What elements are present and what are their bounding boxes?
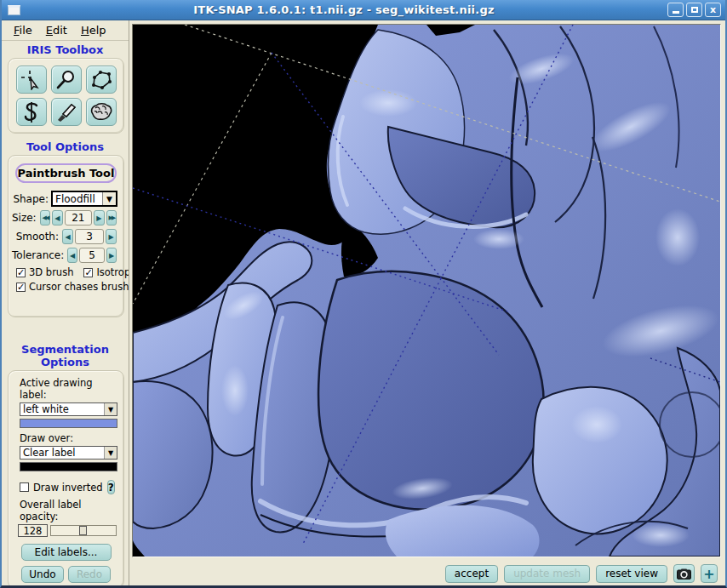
tool-options-group: Paintbrush Tool Shape: Floodfill ▼ Size:… — [8, 155, 124, 317]
cursor-chases-brush-label: Cursor chases brush — [29, 281, 129, 293]
active-tool-name: Paintbrush Tool — [15, 163, 117, 183]
window-title: ITK-SNAP 1.6.0.1: t1.nii.gz - seg_wikite… — [20, 3, 667, 16]
polygon-tool-button[interactable] — [86, 66, 117, 94]
window-controls: x — [667, 3, 721, 17]
expand-button[interactable]: + — [701, 564, 718, 583]
close-button[interactable]: x — [705, 3, 721, 17]
maximize-button[interactable] — [686, 3, 702, 17]
undo-button[interactable]: Undo — [21, 566, 64, 583]
draw-inverted-checkbox[interactable] — [20, 482, 29, 492]
brush-checkbox-row: ✓ 3D brush ✓ Isotropic — [16, 266, 120, 278]
brain-3d-tool-button[interactable] — [86, 98, 117, 126]
main-area: accept update mesh reset view + — [129, 20, 725, 585]
camera-icon — [677, 568, 691, 579]
active-label-value: left white — [20, 403, 104, 415]
crosshair-tool-button[interactable] — [16, 66, 47, 94]
opacity-row: 128 — [18, 524, 117, 537]
draw-inverted-row: Draw inverted ? — [20, 480, 117, 494]
draw-over-dropdown[interactable]: Clear label ▼ — [20, 446, 117, 460]
segmentation-options-heading: Segmentation Options — [2, 343, 129, 368]
accept-button[interactable]: accept — [445, 565, 498, 583]
dropdown-arrow-icon: ▼ — [104, 447, 117, 459]
reset-view-button[interactable]: reset view — [596, 565, 667, 583]
redo-button[interactable]: Redo — [68, 566, 111, 583]
tolerance-increment-button[interactable]: ▶ — [106, 248, 117, 263]
window-icon — [8, 5, 20, 15]
size-last-button[interactable]: ▶▶ — [106, 210, 117, 225]
cursor-chases-brush-checkbox[interactable]: ✓ — [16, 283, 26, 292]
menu-bar: File Edit Help — [2, 20, 129, 41]
magnifier-icon — [56, 70, 77, 90]
paintbrush-icon — [55, 102, 77, 123]
edit-labels-button[interactable]: Edit labels... — [21, 544, 112, 561]
dropdown-arrow-icon: ▼ — [104, 403, 117, 415]
undo-redo-row: Undo Redo — [15, 566, 117, 583]
shape-dropdown[interactable]: Floodfill ▼ — [51, 191, 117, 207]
shape-label: Shape: — [13, 193, 49, 205]
left-panel: File Edit Help IRIS Toolbox — [2, 20, 129, 585]
minimize-icon — [673, 11, 679, 14]
crosshair-icon — [20, 70, 43, 90]
iris-toolbox-heading: IRIS Toolbox — [2, 43, 129, 56]
maximize-icon — [691, 7, 698, 13]
tolerance-row: Tolerance: ◀ 5 ▶ — [12, 248, 117, 263]
polygon-icon — [90, 70, 112, 90]
brain-icon — [89, 102, 113, 123]
draw-over-value: Clear label — [20, 447, 104, 459]
opacity-slider[interactable] — [50, 525, 117, 536]
shape-value: Floodfill — [53, 192, 102, 205]
opacity-slider-thumb[interactable] — [79, 526, 87, 535]
itk-snap-window: ITK-SNAP 1.6.0.1: t1.nii.gz - seg_wikite… — [0, 0, 727, 588]
menu-file[interactable]: File — [9, 22, 37, 38]
smooth-decrement-button[interactable]: ◀ — [62, 229, 73, 244]
3d-brush-checkbox[interactable]: ✓ — [16, 268, 26, 277]
smooth-label: Smooth: — [16, 231, 59, 243]
3d-view[interactable] — [132, 24, 721, 557]
size-first-button[interactable]: ◀◀ — [40, 210, 50, 225]
close-icon: x — [710, 5, 716, 14]
active-label-color-swatch — [20, 419, 117, 428]
zoom-tool-button[interactable] — [51, 66, 82, 94]
menu-edit[interactable]: Edit — [41, 22, 72, 38]
tolerance-decrement-button[interactable]: ◀ — [67, 248, 77, 263]
smooth-increment-button[interactable]: ▶ — [106, 229, 117, 244]
smooth-value[interactable]: 3 — [75, 229, 104, 244]
draw-inverted-label: Draw inverted — [33, 482, 103, 494]
size-value[interactable]: 21 — [65, 210, 92, 225]
active-drawing-label: Active drawing label: — [20, 377, 117, 401]
tolerance-label: Tolerance: — [12, 249, 64, 261]
help-button[interactable]: ? — [107, 480, 115, 494]
isotropic-label: Isotropic — [96, 266, 129, 278]
screenshot-button[interactable] — [673, 564, 695, 583]
size-decrement-button[interactable]: ◀ — [52, 210, 62, 225]
snake-tool-button[interactable] — [16, 98, 47, 126]
draw-over-label: Draw over: — [20, 432, 117, 444]
size-row: Size: ◀◀ ◀ 21 ▶ ▶▶ — [12, 210, 117, 225]
menu-help[interactable]: Help — [76, 22, 112, 38]
cursor-chases-row: ✓ Cursor chases brush — [16, 281, 120, 293]
paintbrush-tool-button[interactable] — [51, 98, 82, 126]
3d-brain-render — [133, 25, 720, 557]
opacity-input[interactable]: 128 — [18, 524, 48, 537]
opacity-label: Overall label opacity: — [20, 499, 117, 522]
update-mesh-button[interactable]: update mesh — [504, 565, 590, 583]
snake-icon — [21, 101, 42, 123]
active-label-dropdown[interactable]: left white ▼ — [20, 402, 117, 416]
segmentation-options-group: Active drawing label: left white ▼ Draw … — [8, 370, 124, 585]
dropdown-arrow-icon: ▼ — [102, 192, 116, 205]
iris-toolbox-group — [8, 58, 124, 134]
isotropic-checkbox[interactable]: ✓ — [83, 268, 93, 277]
smooth-row: Smooth: ◀ 3 ▶ — [12, 229, 117, 244]
shape-row: Shape: Floodfill ▼ — [12, 191, 117, 207]
size-label: Size: — [12, 212, 37, 224]
title-bar[interactable]: ITK-SNAP 1.6.0.1: t1.nii.gz - seg_wikite… — [2, 0, 725, 20]
tool-options-heading: Tool Options — [2, 140, 129, 153]
3d-brush-label: 3D brush — [29, 266, 73, 278]
tolerance-value[interactable]: 5 — [79, 248, 105, 263]
3d-view-toolbar: accept update mesh reset view + — [129, 562, 725, 585]
draw-over-color-swatch — [20, 462, 117, 471]
size-increment-button[interactable]: ▶ — [94, 210, 104, 225]
minimize-button[interactable] — [667, 3, 684, 17]
